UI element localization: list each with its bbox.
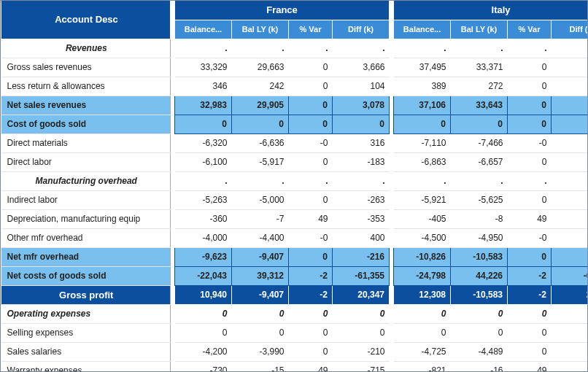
cell-value[interactable]: . <box>289 171 333 190</box>
cell-value[interactable]: 3 <box>552 133 588 152</box>
cell-value[interactable]: 0 <box>451 323 508 342</box>
cell-value[interactable]: 10,940 <box>175 285 232 304</box>
cell-value[interactable]: 0 <box>333 323 390 342</box>
cell-value[interactable]: 389 <box>394 77 451 96</box>
cell-value[interactable]: . <box>333 171 390 190</box>
cell-value[interactable]: 44,226 <box>451 266 508 285</box>
cell-value[interactable]: -730 <box>175 361 232 372</box>
cell-value[interactable]: 316 <box>333 133 390 152</box>
cell-value[interactable]: . <box>394 39 451 58</box>
cell-value[interactable]: -24,798 <box>394 266 451 285</box>
cell-value[interactable] <box>552 323 588 342</box>
cell-value[interactable]: 0 <box>394 304 451 323</box>
cell-value[interactable]: 39,312 <box>232 266 289 285</box>
cell-value[interactable]: . <box>508 39 552 58</box>
cell-value[interactable]: -10,583 <box>451 247 508 266</box>
header-country-france[interactable]: France <box>175 1 390 20</box>
cell-value[interactable]: 0 <box>508 115 552 133</box>
cell-value[interactable]: -6,100 <box>175 152 232 171</box>
cell-value[interactable]: -7,466 <box>451 133 508 152</box>
cell-value[interactable]: 0 <box>289 304 333 323</box>
cell-value[interactable]: . <box>552 171 588 190</box>
cell-value[interactable]: -263 <box>333 190 390 209</box>
account-label[interactable]: Less return & allowances <box>1 77 171 96</box>
cell-value[interactable]: -8 <box>552 361 588 372</box>
cell-value[interactable]: -6,320 <box>175 133 232 152</box>
cell-value[interactable]: 29,663 <box>232 58 289 77</box>
account-label[interactable]: Direct labor <box>1 152 171 171</box>
cell-value[interactable]: -4,950 <box>451 228 508 247</box>
cell-value[interactable]: 49 <box>508 209 552 228</box>
cell-value[interactable]: -2 <box>552 247 588 266</box>
cell-value[interactable]: 0 <box>289 152 333 171</box>
cell-value[interactable]: 20,347 <box>333 285 390 304</box>
cell-value[interactable]: 4,1 <box>552 58 588 77</box>
cell-value[interactable]: 0 <box>289 247 333 266</box>
cell-value[interactable]: -0 <box>508 228 552 247</box>
cell-value[interactable]: 0 <box>232 323 289 342</box>
account-label[interactable]: Manufacturing overhead <box>1 171 171 190</box>
cell-value[interactable]: -2 <box>552 152 588 171</box>
cell-value[interactable]: . <box>175 171 232 190</box>
account-label[interactable]: Net costs of goods sold <box>1 266 171 285</box>
cell-value[interactable]: . <box>451 39 508 58</box>
account-label[interactable]: Direct materials <box>1 133 171 152</box>
cell-value[interactable]: 12,308 <box>394 285 451 304</box>
cell-value[interactable]: -9,623 <box>175 247 232 266</box>
account-label[interactable]: Sales salaries <box>1 342 171 361</box>
cell-value[interactable]: 3,666 <box>333 58 390 77</box>
cell-value[interactable]: 0 <box>289 58 333 77</box>
cell-value[interactable]: 0 <box>508 152 552 171</box>
cell-value[interactable]: -9,407 <box>232 247 289 266</box>
cell-value[interactable]: 49 <box>508 361 552 372</box>
cell-value[interactable] <box>552 77 588 96</box>
cell-value[interactable]: 0 <box>394 115 451 133</box>
cell-value[interactable]: 0 <box>451 115 508 133</box>
cell-value[interactable]: -61,355 <box>333 266 390 285</box>
cell-value[interactable]: 49 <box>289 361 333 372</box>
cell-value[interactable]: 0 <box>508 247 552 266</box>
cell-value[interactable]: -360 <box>175 209 232 228</box>
cell-value[interactable]: . <box>333 39 390 58</box>
cell-value[interactable]: -4,489 <box>451 342 508 361</box>
account-label[interactable]: Gross sales revenues <box>1 58 171 77</box>
cell-value[interactable]: -6,657 <box>451 152 508 171</box>
cell-value[interactable]: 0 <box>289 342 333 361</box>
cell-value[interactable]: -16 <box>451 361 508 372</box>
cell-value[interactable]: 49 <box>289 209 333 228</box>
cell-value[interactable]: -2 <box>552 342 588 361</box>
cell-value[interactable]: -4,400 <box>232 228 289 247</box>
cell-value[interactable]: -2 <box>289 285 333 304</box>
cell-value[interactable]: 0 <box>333 115 390 133</box>
cell-value[interactable]: -10,583 <box>451 285 508 304</box>
cell-value[interactable]: 400 <box>333 228 390 247</box>
account-label[interactable]: Operating expenses <box>1 304 171 323</box>
cell-value[interactable]: -0 <box>289 228 333 247</box>
cell-value[interactable]: -216 <box>333 247 390 266</box>
cell-value[interactable]: 242 <box>232 77 289 96</box>
header-country-italy[interactable]: Italy <box>394 1 588 20</box>
cell-value[interactable]: 3,4 <box>552 96 588 115</box>
col-var[interactable]: % Var <box>289 20 333 39</box>
cell-value[interactable]: -5,263 <box>175 190 232 209</box>
cell-value[interactable]: 0 <box>508 323 552 342</box>
cell-value[interactable]: -210 <box>333 342 390 361</box>
header-account-desc[interactable]: Account Desc <box>1 1 171 39</box>
cell-value[interactable]: 0 <box>175 304 232 323</box>
cell-value[interactable]: 4 <box>552 228 588 247</box>
cell-value[interactable]: 0 <box>394 323 451 342</box>
cell-value[interactable]: 0 <box>175 115 232 133</box>
cell-value[interactable]: -6,863 <box>394 152 451 171</box>
cell-value[interactable]: 0 <box>232 115 289 133</box>
account-label[interactable]: Gross profit <box>1 285 171 304</box>
cell-value[interactable]: -821 <box>394 361 451 372</box>
cell-value[interactable]: 0 <box>333 304 390 323</box>
cell-value[interactable]: . <box>232 39 289 58</box>
cell-value[interactable]: . <box>451 171 508 190</box>
cell-value[interactable]: -715 <box>333 361 390 372</box>
cell-value[interactable]: 0 <box>508 304 552 323</box>
cell-value[interactable]: -4,500 <box>394 228 451 247</box>
cell-value[interactable]: 37,106 <box>394 96 451 115</box>
cell-value[interactable]: 272 <box>451 77 508 96</box>
cell-value[interactable]: -69,0 <box>552 266 588 285</box>
